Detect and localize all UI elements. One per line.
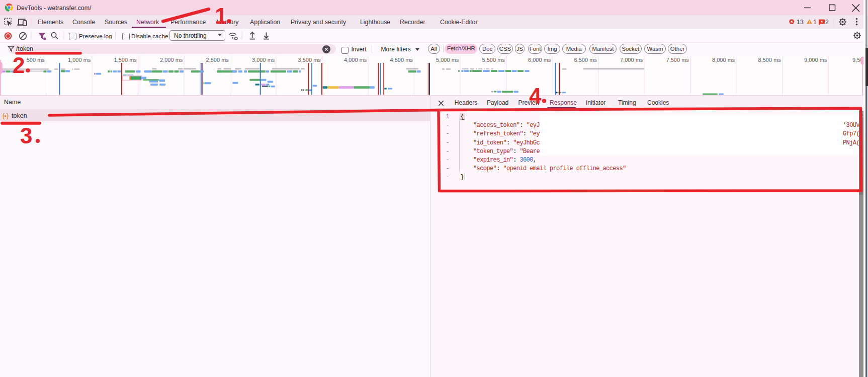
svg-text:1: 1 [215, 4, 227, 28]
svg-text:4: 4 [529, 84, 542, 108]
svg-text:3: 3 [20, 123, 32, 148]
svg-text:2: 2 [13, 53, 25, 78]
